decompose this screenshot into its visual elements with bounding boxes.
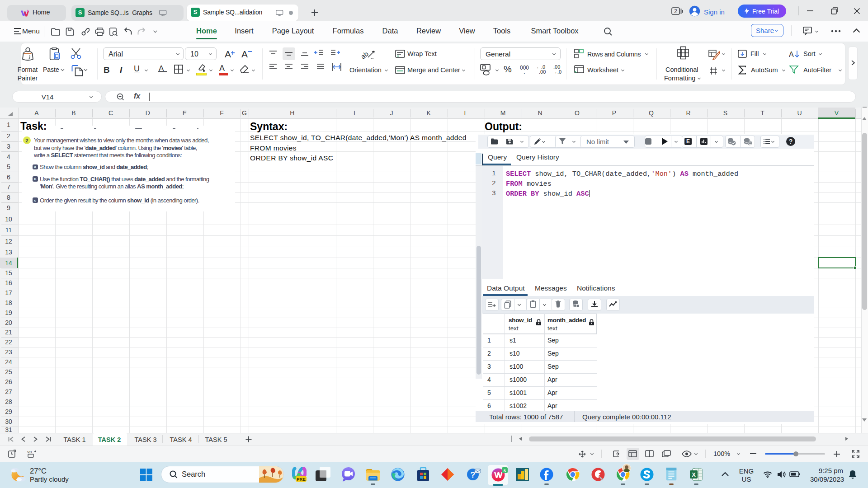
svg-text:→.0: →.0: [552, 69, 561, 74]
svg-text:VB: VB: [27, 450, 32, 454]
svg-text:.00: .00: [539, 69, 546, 74]
svg-text:ab: ab: [362, 50, 370, 59]
svg-text:%: %: [504, 64, 512, 74]
svg-text:?: ?: [789, 138, 793, 145]
svg-text:PRE: PRE: [297, 477, 306, 482]
svg-text:A: A: [225, 49, 231, 59]
svg-text:A: A: [219, 64, 225, 73]
svg-text:A: A: [241, 49, 248, 59]
svg-text:s: s: [504, 468, 506, 473]
svg-text:X: X: [692, 471, 696, 478]
svg-text:2: 2: [674, 8, 677, 14]
svg-text:,: ,: [524, 68, 525, 74]
svg-text:A: A: [789, 51, 794, 58]
